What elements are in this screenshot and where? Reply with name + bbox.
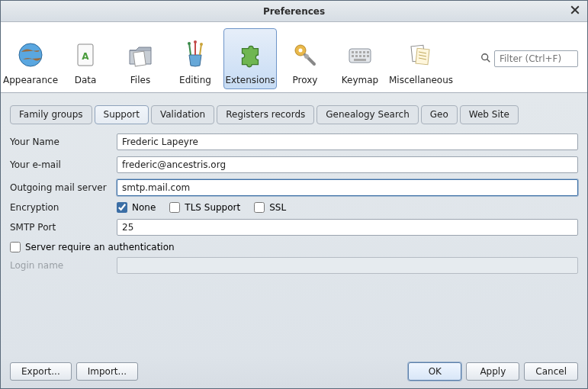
svg-rect-15 [352, 51, 354, 53]
auth-checkbox[interactable] [10, 242, 21, 252]
svg-line-5 [189, 43, 191, 55]
category-data[interactable]: A Data [59, 28, 112, 89]
svg-rect-27 [416, 48, 429, 65]
encryption-tls-checkbox[interactable] [169, 202, 180, 213]
svg-rect-23 [363, 55, 365, 57]
port-input[interactable] [117, 219, 578, 236]
tab-validation[interactable]: Validation [151, 105, 214, 124]
puzzle-icon [232, 37, 268, 73]
encryption-none-checkbox[interactable] [117, 202, 127, 213]
svg-point-13 [304, 54, 309, 59]
svg-point-31 [482, 53, 488, 59]
document-icon: A [67, 37, 104, 73]
row-email: Your e-mail [10, 156, 578, 173]
login-label: Login name [10, 260, 117, 271]
keyboard-icon [342, 37, 378, 73]
svg-rect-4 [133, 51, 146, 66]
tabs: Family groups Support Validation Registe… [10, 105, 578, 124]
row-login: Login name [10, 257, 578, 274]
encryption-tls[interactable]: TLS Support [169, 202, 240, 213]
filter-search [480, 50, 578, 67]
search-icon [480, 53, 491, 66]
category-files[interactable]: Files [114, 28, 167, 89]
apply-button[interactable]: Apply [466, 362, 519, 381]
svg-text:A: A [82, 51, 89, 62]
category-label: Editing [179, 75, 211, 85]
notes-icon [403, 37, 439, 73]
cancel-button[interactable]: Cancel [524, 362, 578, 381]
svg-point-10 [200, 43, 203, 46]
svg-rect-24 [367, 55, 369, 57]
category-proxy[interactable]: Proxy [278, 28, 332, 89]
email-label: Your e-mail [10, 159, 117, 170]
category-editing[interactable]: Editing [169, 28, 222, 89]
server-input[interactable] [117, 179, 578, 196]
svg-rect-21 [355, 55, 358, 57]
row-encryption: Encryption None TLS Support SSL [10, 202, 578, 213]
category-items: Appearance A Data Files [4, 28, 480, 89]
content-area: Family groups Support Validation Registe… [1, 93, 587, 356]
name-label: Your Name [10, 137, 117, 147]
filter-input[interactable] [494, 50, 578, 67]
auth-checkbox-wrap[interactable]: Server require an authentication [10, 242, 175, 252]
category-label: Appearance [3, 75, 58, 85]
category-label: Miscellaneous [389, 75, 453, 85]
category-label: Files [130, 75, 150, 85]
footer-left: Export... Import... [10, 362, 138, 381]
svg-rect-18 [363, 51, 365, 53]
folder-icon [122, 37, 159, 73]
encryption-ssl-checkbox[interactable] [254, 202, 265, 213]
category-extensions[interactable]: Extensions [223, 28, 277, 89]
category-miscellaneous[interactable]: Miscellaneous [388, 28, 454, 89]
ok-button[interactable]: OK [408, 362, 461, 381]
titlebar: Preferences [1, 1, 587, 22]
close-icon[interactable] [570, 5, 581, 16]
tab-support[interactable]: Support [95, 105, 149, 124]
encryption-tls-label: TLS Support [185, 202, 240, 213]
encryption-ssl[interactable]: SSL [254, 202, 286, 213]
tab-registers-records[interactable]: Registers records [217, 105, 314, 124]
import-button[interactable]: Import... [76, 362, 138, 381]
name-input[interactable] [117, 133, 578, 150]
category-keymap[interactable]: Keymap [333, 28, 387, 89]
row-port: SMTP Port [10, 219, 578, 236]
row-auth: Server require an authentication [10, 242, 578, 252]
tab-genealogy-search[interactable]: Genealogy Search [316, 105, 418, 124]
row-name: Your Name [10, 133, 578, 150]
svg-line-7 [200, 44, 201, 55]
svg-line-32 [487, 59, 490, 62]
category-appearance[interactable]: Appearance [4, 28, 57, 89]
category-label: Extensions [225, 75, 275, 85]
email-input[interactable] [117, 156, 578, 173]
encryption-none[interactable]: None [117, 202, 156, 213]
category-label: Data [75, 75, 97, 85]
encryption-none-label: None [132, 202, 156, 213]
category-label: Proxy [293, 75, 318, 85]
tab-family-groups[interactable]: Family groups [10, 105, 92, 124]
footer: Export... Import... OK Apply Cancel [1, 356, 587, 388]
svg-rect-20 [352, 55, 354, 57]
login-input [117, 257, 578, 274]
svg-rect-22 [359, 55, 361, 57]
svg-rect-16 [355, 51, 358, 53]
encryption-ssl-label: SSL [269, 202, 286, 213]
row-server: Outgoing mail server [10, 179, 578, 196]
tab-geo[interactable]: Geo [421, 105, 458, 124]
window-title: Preferences [263, 6, 325, 17]
category-label: Keymap [342, 75, 378, 85]
gear-wrench-icon [287, 37, 323, 73]
encryption-label: Encryption [10, 202, 117, 213]
auth-label: Server require an authentication [25, 242, 175, 252]
svg-point-8 [188, 42, 191, 45]
svg-point-9 [194, 40, 197, 43]
support-form: Your Name Your e-mail Outgoing mail serv… [10, 133, 578, 280]
svg-rect-17 [359, 51, 361, 53]
port-label: SMTP Port [10, 222, 117, 233]
footer-right: OK Apply Cancel [408, 362, 578, 381]
svg-rect-25 [354, 59, 366, 61]
category-toolbar: Appearance A Data Files [1, 22, 587, 93]
export-button[interactable]: Export... [10, 362, 72, 381]
tab-web-site[interactable]: Web Site [460, 105, 519, 124]
globe-icon [12, 37, 49, 73]
encryption-options: None TLS Support SSL [117, 202, 286, 213]
